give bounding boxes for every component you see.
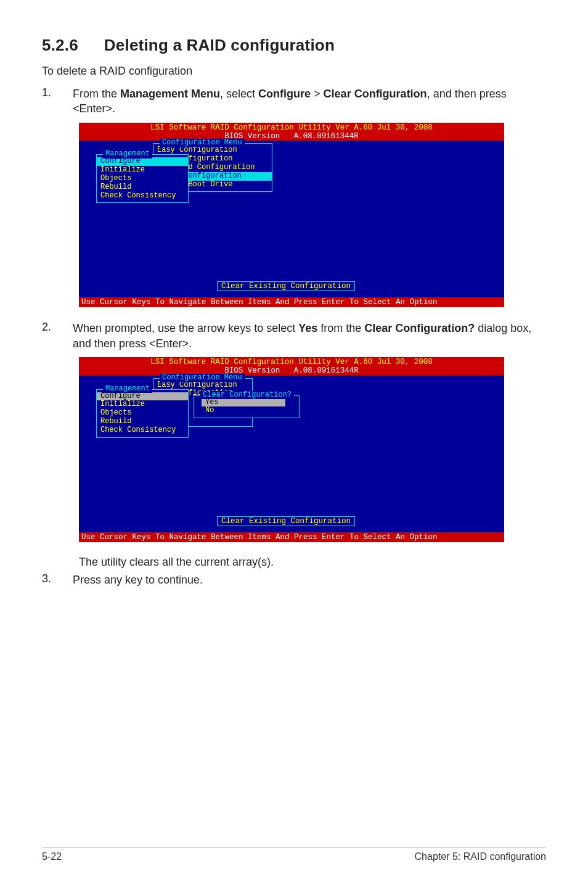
clear-conf-label: Clear Configuration — [324, 88, 427, 100]
step-text: From the Management Menu, select Configu… — [73, 86, 546, 117]
bios-footer: Use Cursor Keys To Navigate Between Item… — [79, 532, 504, 542]
bios-version-value: A.08.09161344R — [294, 366, 359, 375]
bios-title-line2: BIOS Version A.08.09161344R — [79, 366, 504, 375]
mgmt-item-configure[interactable]: Configure — [97, 157, 188, 166]
configuration-menu-title: Configuration Menu — [160, 374, 245, 382]
step-number: 3. — [42, 572, 73, 587]
step-text: Press any key to continue. — [73, 572, 546, 587]
cfg-item-easy[interactable]: Easy Configuration — [153, 381, 252, 390]
bios-footer: Use Cursor Keys To Navigate Between Item… — [79, 297, 504, 307]
mgmt-item-rebuild[interactable]: Rebuild — [97, 418, 188, 426]
management-menu-panel: Management Configure Initialize Objects … — [96, 154, 189, 203]
management-menu-title: Management — [103, 385, 152, 394]
chapter-label: Chapter 5: RAID configuration — [415, 851, 546, 862]
mgmt-item-initialize[interactable]: Initialize — [97, 400, 188, 409]
clear-conf-prompt-label: Clear Configuration? — [364, 322, 475, 334]
step-text: When prompted, use the arrow keys to sel… — [73, 321, 546, 351]
page-number: 5-22 — [42, 851, 62, 862]
mgmt-menu-label: Management Menu — [120, 88, 220, 100]
bios-body: Configuration Menu Easy Configuration Ne… — [79, 376, 504, 532]
bios-body: Configuration Menu Easy Configuration Ne… — [79, 141, 504, 297]
configuration-menu-title: Configuration Menu — [160, 139, 245, 147]
step-2: 2. When prompted, use the arrow keys to … — [42, 321, 546, 351]
t: When prompted, use the arrow keys to sel… — [73, 322, 298, 334]
section-heading: 5.2.6Deleting a RAID configuration — [42, 36, 546, 55]
section-title-text: Deleting a RAID configuration — [104, 36, 335, 54]
mgmt-item-check[interactable]: Check Consistency — [97, 426, 188, 435]
bios-title-line2: BIOS Version A.08.09161344R — [79, 132, 504, 141]
bios-titlebar: LSI Software RAID Configuration Utility … — [79, 357, 504, 376]
t: , select — [220, 88, 258, 100]
bios-status-message: Clear Existing Configuration — [217, 516, 355, 526]
bios-version-value: A.08.09161344R — [294, 132, 359, 141]
section-number: 5.2.6 — [42, 36, 78, 54]
step-number: 2. — [42, 321, 73, 351]
page-footer: 5-22 Chapter 5: RAID configuration — [42, 847, 546, 862]
cfg-item-easy[interactable]: Easy Configuration — [153, 146, 272, 155]
t: > — [311, 88, 324, 100]
step-number: 1. — [42, 86, 73, 117]
t: From the — [73, 88, 120, 100]
mgmt-item-configure[interactable]: Configure — [97, 392, 188, 401]
mgmt-item-check[interactable]: Check Consistency — [97, 192, 188, 200]
bios-screenshot-2: LSI Software RAID Configuration Utility … — [79, 357, 504, 542]
bios-title-line1: LSI Software RAID Configuration Utility … — [79, 123, 504, 132]
step-1: 1. From the Management Menu, select Conf… — [42, 86, 546, 117]
mgmt-item-objects[interactable]: Objects — [97, 409, 188, 418]
management-menu-panel: Management Configure Initialize Objects … — [96, 389, 189, 438]
bios-status-message: Clear Existing Configuration — [217, 281, 355, 291]
yes-label: Yes — [298, 322, 317, 334]
clear-configuration-dialog-title: Clear Configuration? — [200, 391, 294, 400]
clear-conf-no[interactable]: No — [202, 406, 285, 415]
step-3: 3. Press any key to continue. — [42, 572, 546, 587]
intro-text: To delete a RAID configuration — [42, 65, 546, 78]
t: from the — [317, 322, 364, 334]
clear-conf-yes[interactable]: Yes — [202, 398, 285, 407]
configure-label: Configure — [258, 88, 311, 100]
management-menu-title: Management — [103, 150, 152, 159]
after-note: The utility clears all the current array… — [79, 556, 546, 569]
clear-configuration-dialog: Clear Configuration? Yes No — [194, 395, 300, 419]
bios-titlebar: LSI Software RAID Configuration Utility … — [79, 123, 504, 141]
bios-screenshot-1: LSI Software RAID Configuration Utility … — [79, 123, 504, 308]
mgmt-item-rebuild[interactable]: Rebuild — [97, 183, 188, 192]
mgmt-item-objects[interactable]: Objects — [97, 175, 188, 183]
mgmt-item-initialize[interactable]: Initialize — [97, 166, 188, 175]
bios-title-line1: LSI Software RAID Configuration Utility … — [79, 358, 504, 366]
